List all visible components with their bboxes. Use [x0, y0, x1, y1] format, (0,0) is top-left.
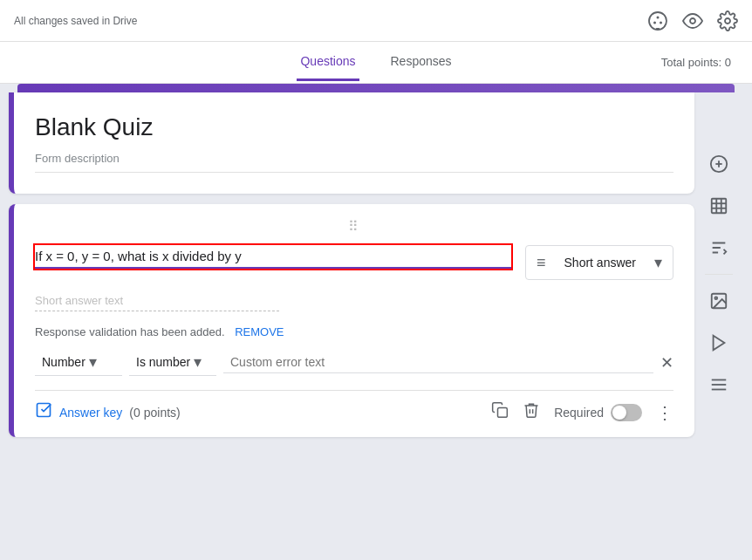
toggle-knob [612, 406, 626, 420]
add-question-button[interactable] [700, 145, 738, 183]
question-top-row: ≡ Short answer ▾ [35, 245, 673, 280]
points-label: (0 points) [129, 406, 180, 420]
footer-right: Required ⋮ [491, 401, 673, 423]
palette-icon[interactable] [647, 10, 668, 31]
tab-bar: Questions Responses Total points: 0 [0, 42, 752, 84]
question-text-input[interactable] [35, 245, 511, 269]
add-video-button[interactable] [700, 324, 738, 362]
import-questions-button[interactable] [700, 187, 738, 225]
answer-type-label: Short answer [564, 256, 636, 270]
tab-responses[interactable]: Responses [387, 44, 455, 81]
validation-type-label: Number [42, 355, 85, 369]
error-text-input[interactable] [223, 352, 653, 373]
sidebar-divider [705, 274, 733, 275]
total-points: Total points: 0 [661, 56, 731, 69]
svg-point-17 [714, 297, 717, 299]
question-card: ⠿ ≡ Short answer ▾ Short answer text Res… [9, 204, 694, 437]
tab-questions[interactable]: Questions [297, 44, 359, 81]
validation-rule-dropdown[interactable]: Is number ▾ [129, 349, 216, 376]
right-sidebar [694, 92, 743, 437]
svg-point-4 [690, 18, 695, 24]
preview-icon[interactable] [682, 10, 703, 31]
answer-key-icon [35, 401, 52, 423]
validation-notice: Response validation has been added. REMO… [35, 325, 673, 338]
svg-point-3 [660, 21, 662, 24]
title-card: Blank Quiz Form description [9, 92, 694, 194]
clear-error-icon[interactable]: ✕ [660, 353, 673, 372]
svg-point-1 [653, 21, 656, 24]
content-area: Blank Quiz Form description ⠿ ≡ Short an… [0, 92, 752, 451]
purple-bar [17, 84, 735, 92]
required-label: Required [554, 406, 604, 420]
tabs: Questions Responses [297, 44, 455, 81]
card-footer: Answer key (0 points) [35, 390, 673, 423]
duplicate-icon[interactable] [491, 401, 509, 423]
svg-point-0 [649, 12, 667, 30]
svg-rect-6 [38, 404, 51, 417]
validation-rule-label: Is number [136, 355, 190, 369]
main-area: Blank Quiz Form description ⠿ ≡ Short an… [9, 92, 694, 437]
drag-handle: ⠿ [35, 218, 673, 235]
question-input-wrapper [35, 245, 511, 269]
answer-type-dropdown[interactable]: ≡ Short answer ▾ [525, 245, 673, 280]
add-section-button[interactable] [700, 365, 738, 404]
chevron-down-icon-rule: ▾ [194, 352, 202, 372]
form-title: Blank Quiz [35, 113, 673, 141]
save-status: All changes saved in Drive [14, 15, 137, 27]
required-section: Required [554, 404, 642, 421]
validation-type-dropdown[interactable]: Number ▾ [35, 349, 122, 376]
required-toggle[interactable] [611, 404, 642, 421]
settings-icon[interactable] [717, 10, 738, 31]
add-image-button[interactable] [700, 282, 738, 320]
validation-row: Number ▾ Is number ▾ ✕ [35, 349, 673, 376]
short-answer-placeholder: Short answer text [35, 294, 279, 311]
validation-notice-text: Response validation has been added. [35, 325, 225, 338]
short-answer-icon: ≡ [537, 254, 546, 272]
remove-validation-link[interactable]: REMOVE [235, 325, 284, 338]
svg-rect-11 [712, 199, 727, 214]
more-options-icon[interactable]: ⋮ [656, 402, 673, 423]
add-title-button[interactable] [700, 229, 738, 267]
svg-point-5 [725, 18, 730, 24]
answer-key-button[interactable]: Answer key (0 points) [35, 401, 181, 423]
chevron-down-icon: ▾ [654, 253, 662, 272]
purple-bar-wrapper [0, 84, 752, 92]
header: All changes saved in Drive [0, 0, 752, 42]
form-description[interactable]: Form description [35, 152, 673, 173]
svg-marker-18 [714, 336, 725, 351]
header-actions [647, 10, 738, 31]
svg-point-2 [657, 16, 660, 18]
chevron-down-icon-type: ▾ [89, 352, 97, 372]
delete-icon[interactable] [523, 401, 540, 423]
answer-key-label: Answer key [59, 406, 122, 420]
svg-rect-7 [498, 408, 508, 418]
